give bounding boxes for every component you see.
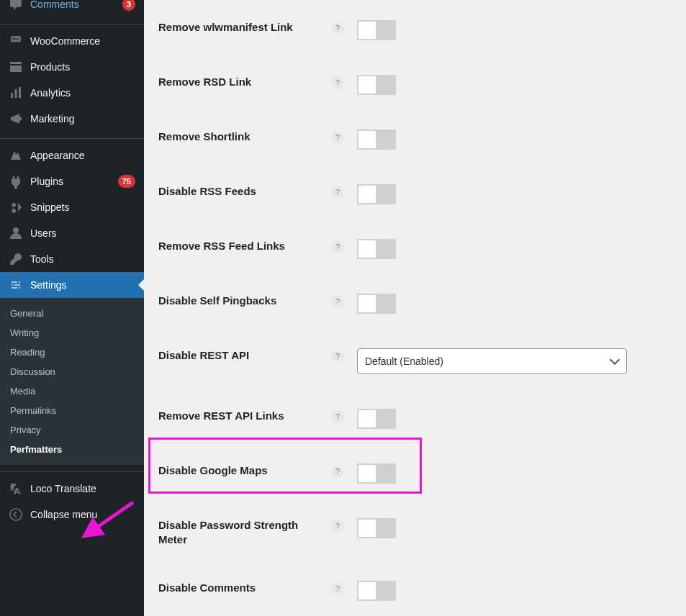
sidebar-item-label: Comments <box>30 0 118 10</box>
sidebar-item-analytics[interactable]: Analytics <box>0 80 144 106</box>
submenu-item-privacy[interactable]: Privacy <box>0 420 144 440</box>
marketing-icon <box>9 112 23 126</box>
sidebar-item-label: Loco Translate <box>30 483 135 494</box>
toggle-disable-self-pingbacks[interactable] <box>357 294 396 314</box>
tools-icon <box>9 252 23 266</box>
setting-row-disable-comments: Disable Comments? <box>158 563 672 616</box>
sidebar-item-label: Marketing <box>30 113 135 124</box>
sidebar-item-label: Settings <box>30 279 135 291</box>
toggle-knob <box>358 186 376 203</box>
sidebar-item-snippets[interactable]: Snippets <box>0 194 144 220</box>
svg-point-2 <box>10 509 22 520</box>
toggle-remove-shortlink[interactable] <box>357 130 396 150</box>
sidebar-main-menu: Comments3WooWooCommerceProductsAnalytics… <box>0 0 144 298</box>
sidebar-item-label: Collapse menu <box>30 509 135 520</box>
menu-separator <box>0 135 144 139</box>
setting-row-remove-shortlink: Remove Shortlink? <box>158 112 672 167</box>
help-icon[interactable]: ? <box>331 186 344 199</box>
loco-translate-icon <box>9 481 23 496</box>
help-icon[interactable]: ? <box>331 350 344 363</box>
submenu-item-general[interactable]: General <box>0 304 144 323</box>
setting-row-remove-rss-links: Remove RSS Feed Links? <box>158 222 672 276</box>
setting-label: Remove RSS Feed Links <box>158 239 331 253</box>
help-icon[interactable]: ? <box>331 410 344 423</box>
sidebar-item-settings[interactable]: Settings <box>0 272 144 298</box>
woocommerce-icon: Woo <box>9 34 23 48</box>
toggle-knob <box>358 295 376 312</box>
toggle-disable-password-meter[interactable] <box>357 518 396 538</box>
toggle-knob <box>358 465 376 482</box>
toggle-disable-google-maps[interactable] <box>357 463 396 484</box>
sidebar-item-label: Tools <box>30 253 135 265</box>
sidebar-item-woocommerce[interactable]: WooWooCommerce <box>0 28 144 54</box>
toggle-knob <box>358 131 376 148</box>
submenu-item-reading[interactable]: Reading <box>0 343 144 362</box>
badge: 3 <box>122 0 135 11</box>
help-icon[interactable]: ? <box>331 295 344 308</box>
toggle-knob <box>358 520 376 537</box>
toggle-remove-rest-links[interactable] <box>357 409 396 429</box>
toggle-knob <box>358 76 376 94</box>
select-wrap: Default (Enabled) <box>357 348 627 374</box>
setting-row-disable-password-meter: Disable Password Strength Meter? <box>158 501 672 563</box>
toggle-remove-rss-links[interactable] <box>357 239 396 259</box>
toggle-knob <box>358 582 376 599</box>
help-icon[interactable]: ? <box>331 240 344 253</box>
sidebar-item-products[interactable]: Products <box>0 54 144 80</box>
collapse-icon <box>9 507 23 522</box>
menu-separator <box>0 21 144 24</box>
setting-label: Remove RSD Link <box>158 75 331 89</box>
toggle-knob <box>358 410 376 427</box>
sidebar-item-marketing[interactable]: Marketing <box>0 106 144 132</box>
plugins-icon <box>9 174 23 189</box>
analytics-icon <box>9 86 23 100</box>
sidebar-item-plugins[interactable]: Plugins75 <box>0 168 144 194</box>
submenu-item-discussion[interactable]: Discussion <box>0 362 144 381</box>
sidebar-item-tools[interactable]: Tools <box>0 246 144 272</box>
setting-row-disable-rss: Disable RSS Feeds? <box>158 167 672 222</box>
setting-label: Disable REST API <box>158 348 331 363</box>
setting-row-disable-google-maps: Disable Google Maps? <box>158 446 672 501</box>
sidebar-item-label: Appearance <box>30 150 135 161</box>
setting-label: Disable Comments <box>158 581 331 595</box>
toggle-disable-rss[interactable] <box>357 184 396 204</box>
sidebar-item-comments[interactable]: Comments3 <box>0 0 144 17</box>
select-disable-rest-api[interactable]: Default (Enabled) <box>357 348 627 374</box>
products-icon <box>9 60 23 74</box>
setting-label: Disable RSS Feeds <box>158 184 331 199</box>
toggle-remove-wlwmanifest[interactable] <box>357 20 396 40</box>
sidebar-item-label: Plugins <box>30 176 114 187</box>
setting-row-remove-rsd: Remove RSD Link? <box>158 58 672 112</box>
help-icon[interactable]: ? <box>331 76 344 89</box>
setting-label: Disable Self Pingbacks <box>158 294 331 308</box>
sidebar-item-label: Users <box>30 227 135 239</box>
submenu-item-media[interactable]: Media <box>0 381 144 401</box>
toggle-remove-rsd[interactable] <box>357 75 396 95</box>
appearance-icon <box>9 148 23 163</box>
sidebar-item-appearance[interactable]: Appearance <box>0 142 144 168</box>
sidebar-submenu: GeneralWritingReadingDiscussionMediaPerm… <box>0 298 144 465</box>
submenu-item-perfmatters[interactable]: Perfmatters <box>0 440 144 459</box>
toggle-knob <box>358 240 376 258</box>
settings-content: Remove wlwmanifest Link?Remove RSD Link?… <box>144 0 686 616</box>
comments-icon <box>9 0 23 12</box>
sidebar-item-loco-translate[interactable]: Loco Translate <box>0 476 144 502</box>
submenu-item-writing[interactable]: Writing <box>0 323 144 343</box>
help-icon[interactable]: ? <box>331 22 344 35</box>
sidebar-item-collapse[interactable]: Collapse menu <box>0 502 144 527</box>
setting-row-disable-rest-api: Disable REST API?Default (Enabled) <box>158 331 672 391</box>
users-icon <box>9 226 23 240</box>
submenu-item-permalinks[interactable]: Permalinks <box>0 401 144 420</box>
settings-icon <box>9 278 23 292</box>
setting-row-disable-self-pingbacks: Disable Self Pingbacks? <box>158 276 672 331</box>
help-icon[interactable]: ? <box>331 131 344 144</box>
help-icon[interactable]: ? <box>331 465 344 478</box>
sidebar-item-label: Snippets <box>30 201 135 213</box>
menu-separator <box>0 468 144 472</box>
svg-text:Woo: Woo <box>12 37 20 41</box>
sidebar-item-users[interactable]: Users <box>0 220 144 246</box>
toggle-disable-comments[interactable] <box>357 581 396 601</box>
setting-row-remove-wlwmanifest: Remove wlwmanifest Link? <box>158 0 672 58</box>
help-icon[interactable]: ? <box>331 520 344 533</box>
help-icon[interactable]: ? <box>331 582 344 595</box>
